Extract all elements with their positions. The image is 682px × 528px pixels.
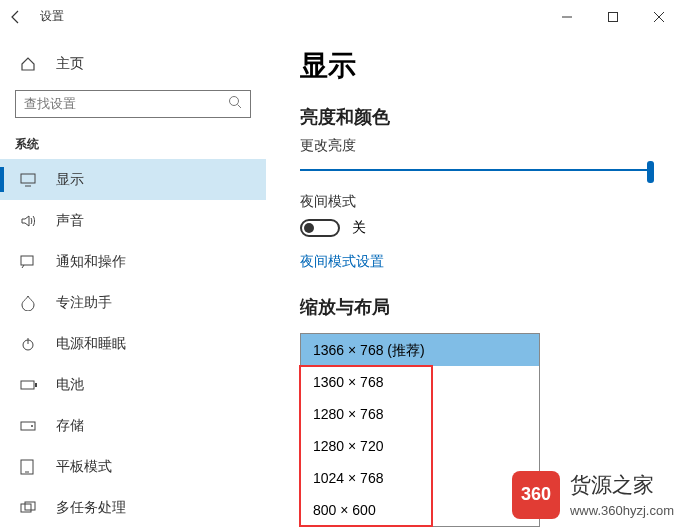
sidebar-item-label: 平板模式: [56, 458, 112, 476]
brightness-label: 更改亮度: [300, 137, 654, 155]
arrow-left-icon: [9, 10, 23, 24]
scale-heading: 缩放与布局: [300, 295, 654, 319]
sidebar-item-label: 电池: [56, 376, 84, 394]
resolution-option[interactable]: 1280 × 720: [301, 430, 539, 462]
resolution-option[interactable]: 1024 × 768: [301, 462, 539, 494]
toggle-state: 关: [352, 219, 366, 237]
night-mode-label: 夜间模式: [300, 193, 654, 211]
sidebar-item-display[interactable]: 显示: [0, 159, 266, 200]
power-icon: [20, 336, 38, 352]
resolution-option[interactable]: 1366 × 768 (推荐): [301, 334, 539, 366]
nav-list: 显示 声音 通知和操作 专注助手 电源和睡眠 电池 存储 平板模式 多任务处理: [0, 159, 266, 528]
multitask-icon: [20, 501, 38, 515]
window-title: 设置: [40, 8, 64, 25]
sidebar-item-label: 存储: [56, 417, 84, 435]
sidebar-item-label: 声音: [56, 212, 84, 230]
watermark-text: 货源之家 www.360hyzj.com: [570, 469, 674, 520]
sidebar-item-battery[interactable]: 电池: [0, 364, 266, 405]
night-mode-settings-link[interactable]: 夜间模式设置: [300, 253, 384, 271]
slider-thumb[interactable]: [647, 161, 654, 183]
resolution-option[interactable]: 1280 × 768: [301, 398, 539, 430]
home-icon: [20, 56, 38, 72]
search-input[interactable]: [24, 96, 228, 111]
watermark-badge: 360: [512, 471, 560, 519]
svg-rect-6: [21, 256, 33, 265]
content-area: 显示 亮度和颜色 更改亮度 夜间模式 关 夜间模式设置 缩放与布局 1366 ×…: [266, 33, 682, 528]
maximize-button[interactable]: [590, 0, 636, 33]
resolution-option[interactable]: 800 × 600: [301, 494, 539, 526]
svg-point-2: [230, 96, 239, 105]
sidebar-item-notifications[interactable]: 通知和操作: [0, 241, 266, 282]
maximize-icon: [608, 12, 618, 22]
svg-rect-9: [21, 381, 34, 389]
sidebar-item-storage[interactable]: 存储: [0, 405, 266, 446]
close-button[interactable]: [636, 0, 682, 33]
sidebar-item-sound[interactable]: 声音: [0, 200, 266, 241]
minimize-icon: [562, 12, 572, 22]
sidebar-item-label: 专注助手: [56, 294, 112, 312]
section-title: 系统: [0, 118, 266, 159]
page-title: 显示: [300, 47, 654, 85]
notifications-icon: [20, 255, 38, 269]
home-label: 主页: [56, 55, 84, 73]
brightness-heading: 亮度和颜色: [300, 105, 654, 129]
home-nav[interactable]: 主页: [0, 47, 266, 82]
storage-icon: [20, 420, 38, 432]
svg-line-3: [238, 104, 242, 108]
svg-rect-10: [35, 383, 37, 387]
titlebar: 设置: [0, 0, 682, 33]
sidebar-item-label: 多任务处理: [56, 499, 126, 517]
svg-rect-1: [609, 12, 618, 21]
sidebar-item-label: 显示: [56, 171, 84, 189]
search-icon: [228, 95, 242, 113]
sidebar-item-label: 电源和睡眠: [56, 335, 126, 353]
sidebar-item-power[interactable]: 电源和睡眠: [0, 323, 266, 364]
minimize-button[interactable]: [544, 0, 590, 33]
display-icon: [20, 173, 38, 187]
night-mode-toggle[interactable]: 关: [300, 219, 654, 237]
close-icon: [654, 12, 664, 22]
svg-point-12: [31, 425, 33, 427]
toggle-switch[interactable]: [300, 219, 340, 237]
svg-rect-16: [25, 502, 35, 510]
sidebar: 主页 系统 显示 声音 通知和操作 专注助手 电源和睡眠 电池 存储 平板模式 …: [0, 33, 266, 528]
sound-icon: [20, 214, 38, 228]
brightness-slider[interactable]: [300, 169, 654, 171]
battery-icon: [20, 379, 38, 391]
resolution-dropdown[interactable]: 1366 × 768 (推荐) 1360 × 768 1280 × 768 12…: [300, 333, 540, 527]
resolution-option[interactable]: 1360 × 768: [301, 366, 539, 398]
tablet-icon: [20, 459, 38, 475]
svg-rect-15: [21, 504, 31, 512]
back-button[interactable]: [0, 0, 32, 33]
sidebar-item-focus[interactable]: 专注助手: [0, 282, 266, 323]
svg-rect-4: [21, 174, 35, 183]
focus-icon: [20, 295, 38, 311]
sidebar-item-label: 通知和操作: [56, 253, 126, 271]
sidebar-item-multitask[interactable]: 多任务处理: [0, 487, 266, 528]
search-box[interactable]: [15, 90, 251, 118]
sidebar-item-tablet[interactable]: 平板模式: [0, 446, 266, 487]
watermark: 360 货源之家 www.360hyzj.com: [512, 469, 674, 520]
